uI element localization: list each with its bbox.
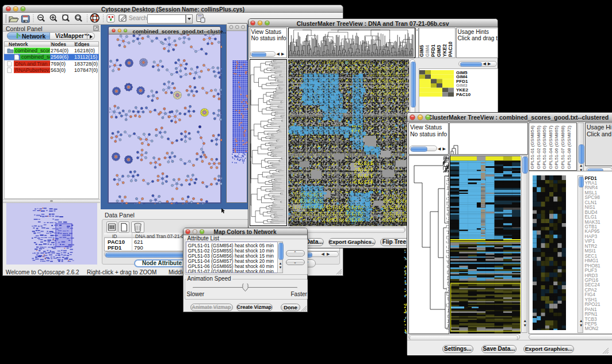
svg-text:GIM3: GIM3 [436,45,442,57]
svg-text:DNA and Tran 07: DNA and Tran 07 [15,61,55,67]
svg-text:GIM5: GIM5 [419,45,424,57]
svg-text:13112(15): 13112(15) [74,54,97,60]
svg-text:GPL51-06 (GSM865): GPL51-06 (GSM865) [554,125,559,169]
svg-text:GPL51-07 (GSM868): GPL51-07 (GSM868) [560,125,565,169]
svg-text:769(0): 769(0) [51,61,66,67]
svg-text:107847(0): 107847(0) [74,67,98,73]
svg-text:PFD1: PFD1 [430,44,436,57]
svg-text:GIM4: GIM4 [424,45,430,57]
svg-text:GPL51-08 (GSM872): GPL51-08 (GSM872) [567,125,572,169]
svg-text:2764(0): 2764(0) [51,48,68,53]
svg-text:GPL51-04 (GSM857): GPL51-04 (GSM857) [548,125,553,169]
svg-text:YKE2: YKE2 [442,44,447,57]
svg-text:GPL51-03 (GSM856): GPL51-03 (GSM856) [542,125,547,169]
svg-text:GPL51-01 (GSM854): GPL51-01 (GSM854) [530,125,535,169]
svg-text:2569(6): 2569(6) [51,54,68,60]
svg-text:563(0): 563(0) [51,67,66,73]
svg-text:GPL51-02 (GSM855): GPL51-02 (GSM855) [536,125,541,169]
svg-text:183728(0): 183728(0) [74,61,98,67]
svg-text:PAC10: PAC10 [447,41,453,57]
svg-text:16218(0): 16218(0) [74,48,95,53]
